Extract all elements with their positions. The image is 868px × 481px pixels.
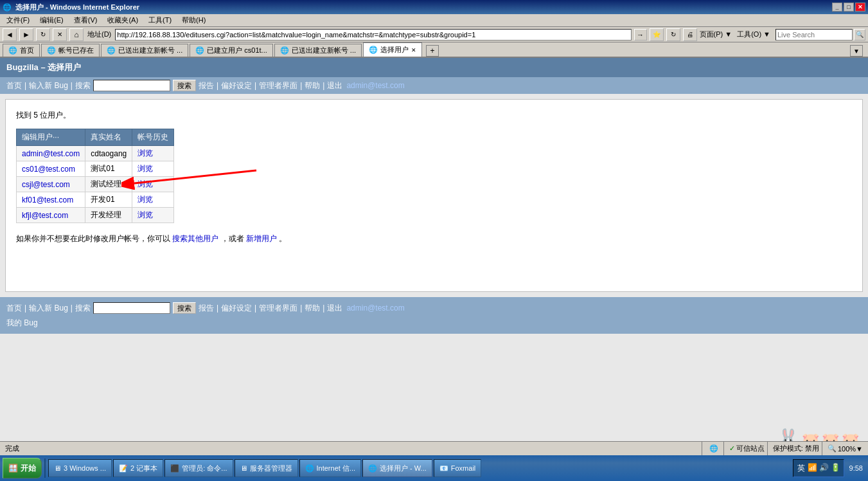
footer-nav: 首页 | 输入新 Bug | 搜索 搜索 报告 | 偏好设定 | 管理者界面 |… [6,302,862,314]
taskbar-sep1 [44,458,46,478]
taskbar-server[interactable]: 🖥 服务器管理器 [235,459,298,477]
tab-yisongjianli1-icon: 🌐 [107,46,116,55]
table-row: kf01@test.com 开发01 浏览 [17,192,174,208]
tab-yisongjianli1[interactable]: 🌐 已送出建立新帐号 ... [101,44,188,57]
tab-close-button[interactable]: ✕ [411,47,416,53]
new-tab-button[interactable]: + [426,45,439,57]
footer-new-bug[interactable]: 输入新 Bug [29,303,68,314]
user-history-link[interactable]: 浏览 [137,149,153,158]
menu-edit[interactable]: 编辑(E) [36,14,67,26]
nav-search-button[interactable]: 搜索 [173,80,196,91]
col-name: 真实姓名 [85,129,132,146]
tab-list-button[interactable]: ▼ [850,45,863,57]
footer-mybugs-link[interactable]: 我的 Bug [6,318,38,327]
start-icon: 🪟 [8,464,18,473]
footer-sep3: | [217,304,218,313]
tab-haozucunzai[interactable]: 🌐 帐号已存在 [41,44,100,57]
taskbar-cmd[interactable]: ⬛ 管理员: 命令... [164,459,233,477]
footer-logout[interactable]: 退出 [327,303,342,314]
favorites-btn[interactable]: ⭐ [650,28,664,41]
forward-button[interactable]: ► [19,28,33,41]
nav-report[interactable]: 报告 [199,80,214,91]
go-button[interactable]: → [634,29,647,41]
user-email-link[interactable]: cs01@test.com [22,165,75,174]
back-button[interactable]: ◄ [3,28,17,41]
tab-shenqing-icon: 🌐 [8,46,17,55]
start-button[interactable]: 🪟 开始 [3,458,42,478]
nav-home[interactable]: 首页 [6,80,22,91]
user-email-link[interactable]: kfjl@test.com [22,211,68,220]
stop-button[interactable]: ✕ [53,28,67,41]
footer-search-button[interactable]: 搜索 [173,302,196,314]
status-zoom: 🔍 100% ▼ [825,442,865,455]
user-history-link[interactable]: 浏览 [137,179,153,188]
menu-help[interactable]: 帮助(H) [178,14,209,26]
user-history-link[interactable]: 浏览 [137,210,153,219]
minimize-button[interactable]: _ [832,3,842,12]
print-btn[interactable]: 🖨 [683,28,697,41]
taskbar-foxmail[interactable]: 📧 Foxmail [434,459,482,477]
tab-xuanze[interactable]: 🌐 选择用户 ✕ [363,42,422,57]
footer-sep2: | [71,304,73,313]
menu-file[interactable]: 文件(F) [3,14,33,26]
taskbar-ie2[interactable]: 🌐 选择用户 - W... [362,459,432,477]
user-history-link[interactable]: 浏览 [137,195,153,204]
tab-xuanze-icon: 🌐 [369,46,378,54]
footer-search-input[interactable] [93,302,170,314]
status-bar: 完成 🌐 ✓ 可信站点 保护模式: 禁用 🔍 100% ▼ [0,441,868,455]
bugzilla-title: Bugzilla – 选择用户 [6,62,81,72]
footer-search-link[interactable]: 搜索其他用户 [172,234,218,243]
menu-view[interactable]: 查看(V) [70,14,102,26]
nav-search[interactable]: 搜索 [75,80,91,91]
start-label: 开始 [21,463,36,474]
address-input[interactable] [115,29,631,41]
title-bar-controls[interactable]: _ □ ✕ [832,3,865,12]
table-row: kfjl@test.com 开发经理 浏览 [17,208,174,223]
user-table: 编辑用户··· 真实姓名 帐号历史 admin@test.com cdtaoga… [16,129,174,223]
page-label: 页面(P) ▼ [700,30,732,39]
taskbar-cmd-icon: ⬛ [170,464,179,473]
taskbar-ie1-icon: 🌐 [305,464,314,473]
menu-tools[interactable]: 工具(T) [145,14,175,26]
tab-yisongjianli2[interactable]: 🌐 已送出建立新帐号 ... [274,44,362,57]
nav-preferences[interactable]: 偏好设定 [221,80,252,91]
footer-admin[interactable]: 管理者界面 [259,303,297,314]
nav-help[interactable]: 帮助 [305,80,320,91]
live-search-button[interactable]: 🔍 [854,29,865,41]
user-email-link[interactable]: csjl@test.com [22,180,70,189]
maximize-button[interactable]: □ [844,3,854,12]
footer-report[interactable]: 报告 [199,303,214,314]
zoom-text: 100% [838,445,856,453]
taskbar-notepad[interactable]: 📝 2 记事本 [113,459,163,477]
footer-help[interactable]: 帮助 [305,303,320,314]
footer-sep6: | [323,304,324,313]
menu-favorites[interactable]: 收藏夹(A) [103,14,142,26]
taskbar-windows[interactable]: 🖥 3 Windows ... [48,459,112,477]
nav-new-bug[interactable]: 输入新 Bug [29,80,68,91]
footer-preferences[interactable]: 偏好设定 [221,303,252,314]
user-history-link[interactable]: 浏览 [137,164,153,173]
nav-logout[interactable]: 退出 [327,80,342,91]
taskbar-ie2-icon: 🌐 [368,464,377,473]
user-email-link[interactable]: kf01@test.com [22,195,73,204]
address-label: 地址(D) [87,30,111,39]
refresh-page-btn[interactable]: ↻ [666,28,680,41]
footer-search[interactable]: 搜索 [75,303,91,314]
taskbar-right: 英 📶 🔊 🔋 9:58 [793,459,865,477]
tab-shenqing[interactable]: 🌐 首页 [3,44,40,57]
close-button[interactable]: ✕ [855,3,865,12]
nav-search-input[interactable] [93,80,170,91]
nav-admin[interactable]: 管理者界面 [259,80,297,91]
tab-haozucunzai-icon: 🌐 [47,46,56,55]
taskbar-ie1[interactable]: 🌐 Internet 信... [299,459,362,477]
user-realname: 测试01 [85,161,132,177]
live-search-input[interactable] [775,29,853,41]
footer-home[interactable]: 首页 [6,303,22,314]
refresh-button[interactable]: ↻ [36,28,50,41]
browser-content: Bugzilla – 选择用户 首页 | 输入新 Bug | 搜索 搜索 报告 … [0,58,868,481]
footer-new-link[interactable]: 新增用户 [246,234,277,243]
window-title: 选择用户 - Windows Internet Explorer [15,3,139,12]
user-email-link[interactable]: admin@test.com [22,149,80,158]
home-button[interactable]: ⌂ [69,28,84,41]
tab-yijianliyonghu[interactable]: 🌐 已建立用户 cs01t... [190,44,273,57]
